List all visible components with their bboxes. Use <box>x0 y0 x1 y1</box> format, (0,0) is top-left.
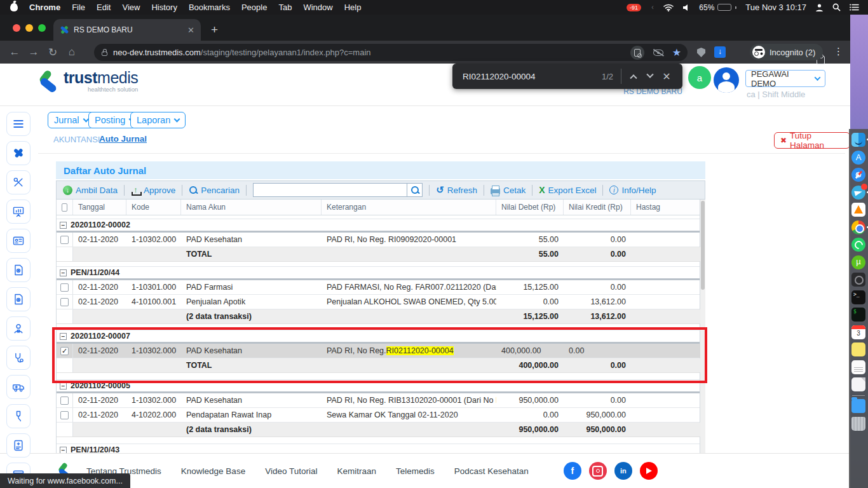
ambil-data-button[interactable]: ↓Ambil Data <box>63 186 118 195</box>
refresh-button[interactable]: ↺Refresh <box>436 184 477 196</box>
find-query[interactable]: RI02112020-00004 <box>463 72 602 81</box>
menu-laporan[interactable]: Laporan <box>130 112 186 128</box>
group-header[interactable]: 20201102-00002 <box>57 219 700 233</box>
apple-icon[interactable] <box>10 3 18 11</box>
tab-close-icon[interactable]: ✕ <box>187 25 194 35</box>
menu-file[interactable]: File <box>72 3 85 12</box>
menu-bookmarks[interactable]: Bookmarks <box>189 3 230 12</box>
col-kode[interactable]: Kode <box>126 200 181 215</box>
row-checkbox[interactable] <box>60 411 69 419</box>
spotlight-search-icon[interactable] <box>832 3 841 11</box>
dock-terminal-icon[interactable]: >_ <box>851 290 865 304</box>
sidebar-medical-record-button[interactable] <box>6 433 31 458</box>
dock-stickies-icon[interactable] <box>851 342 865 356</box>
dock-chrome-icon[interactable] <box>851 220 865 234</box>
instagram-icon[interactable] <box>589 462 607 480</box>
search-input[interactable] <box>253 183 407 197</box>
dock-terminal-green-icon[interactable]: $ <box>851 308 865 322</box>
sidebar-iv-drip-button[interactable] <box>6 404 31 428</box>
maximize-window-button[interactable] <box>38 24 46 32</box>
col-hastag[interactable]: Hastag <box>631 200 701 215</box>
table-row[interactable]: 02-11-2020 1-10302.000 PAD Kesehatan PAD… <box>57 393 700 408</box>
col-nilai-kredit[interactable]: Nilai Kredit (Rp) <box>564 200 631 215</box>
col-nilai-debet[interactable]: Nilai Debet (Rp) <box>496 200 564 215</box>
cetak-button[interactable]: Cetak <box>491 186 526 195</box>
table-row[interactable]: 02-11-2020 1-10301.000 PAD Farmasi PAD F… <box>57 280 700 295</box>
dock-calendar-icon[interactable]: 3 <box>851 325 865 339</box>
menu-history[interactable]: History <box>151 3 177 12</box>
close-window-button[interactable] <box>13 24 20 32</box>
fast-user-switch-icon[interactable] <box>815 3 824 11</box>
collapse-icon[interactable] <box>60 383 67 390</box>
linkedin-icon[interactable]: in <box>614 462 632 480</box>
approve-button[interactable]: ↑Approve <box>131 186 175 195</box>
address-bar[interactable]: neo-dev.trustmedis.com/staging/testing/p… <box>94 44 688 61</box>
menu-people[interactable]: People <box>241 3 267 12</box>
find-in-page-icon[interactable] <box>630 46 644 60</box>
dock-telegram-icon[interactable] <box>851 186 865 200</box>
dock-utorrent-icon[interactable]: µ <box>851 255 865 269</box>
lock-icon[interactable] <box>102 51 107 56</box>
eye-off-icon[interactable] <box>653 50 663 56</box>
sidebar-tools-button[interactable] <box>6 170 31 194</box>
search-submit-button[interactable] <box>407 183 423 197</box>
row-checkbox[interactable] <box>60 298 69 306</box>
select-all-checkbox[interactable] <box>62 203 67 212</box>
dock-document-icon[interactable] <box>851 377 865 391</box>
notification-badge[interactable]: -91 <box>627 4 641 11</box>
dock-whatsapp-icon[interactable] <box>851 238 865 252</box>
table-row[interactable]: 02-11-2020 4-10100.001 Penjualan Apotik … <box>57 295 700 309</box>
browser-menu-icon[interactable]: ⋮ <box>834 46 843 57</box>
table-scrollbar-thumb[interactable] <box>701 201 705 290</box>
footer-link-knowledge-base[interactable]: Knowledge Base <box>181 466 245 476</box>
dock-textedit-icon[interactable] <box>851 360 865 374</box>
sidebar-idcard-button[interactable] <box>6 229 31 253</box>
menu-help[interactable]: Help <box>344 3 362 12</box>
user-avatar[interactable] <box>714 67 739 93</box>
home-button[interactable]: ⌂ <box>62 46 81 58</box>
incognito-chip[interactable]: Incognito (2) <box>750 44 823 60</box>
menubar-app-name[interactable]: Chrome <box>29 3 60 12</box>
dock-app-store-icon[interactable]: A <box>851 151 865 165</box>
youtube-icon[interactable] <box>640 462 658 480</box>
dock-settings-knob-icon[interactable] <box>851 273 865 287</box>
url-text[interactable]: neo-dev.trustmedis.com/staging/testing/p… <box>113 48 630 57</box>
facebook-icon[interactable]: f <box>564 462 581 480</box>
footer-link-kemitraan[interactable]: Kemitraan <box>337 466 376 476</box>
row-checkbox[interactable] <box>60 396 69 405</box>
download-icon[interactable]: ↓ <box>714 46 726 58</box>
menu-window[interactable]: Window <box>303 3 332 12</box>
collapse-icon[interactable] <box>60 333 67 340</box>
row-checkbox[interactable] <box>60 236 69 244</box>
dock-trash-icon[interactable] <box>851 417 865 431</box>
table-row[interactable]: 02-11-2020 1-10302.000 PAD Kesehatan PAD… <box>57 233 700 247</box>
minimize-window-button[interactable] <box>25 24 33 32</box>
dock-downloads-folder-icon[interactable] <box>851 399 865 413</box>
new-tab-button[interactable]: + <box>211 24 218 36</box>
shield-icon[interactable] <box>697 48 705 57</box>
wifi-icon[interactable] <box>663 4 674 11</box>
menu-edit[interactable]: Edit <box>97 3 111 12</box>
col-tanggal[interactable]: Tanggal <box>73 200 126 215</box>
export-excel-button[interactable]: XExport Excel <box>539 185 596 195</box>
footer-link-video-tutorial[interactable]: Video Tutorial <box>265 466 317 476</box>
sidebar-document-gear-button[interactable] <box>6 258 31 282</box>
menu-jurnal[interactable]: Jurnal <box>48 112 95 128</box>
sidebar-dashboard-button[interactable] <box>6 200 31 224</box>
find-next-button[interactable] <box>642 68 658 85</box>
sidebar-hamburger-button[interactable] <box>6 112 31 136</box>
group-header[interactable]: 20201102-00005 <box>57 379 700 393</box>
menu-view[interactable]: View <box>122 3 140 12</box>
bluetooth-icon[interactable]: ᚲ <box>650 3 654 12</box>
group-header[interactable]: PEN/11/20/44 <box>57 266 700 280</box>
menu-tab[interactable]: Tab <box>278 3 292 12</box>
sidebar-document-gear2-button[interactable] <box>6 287 31 311</box>
control-center-icon[interactable] <box>850 4 859 11</box>
dock-vlc-icon[interactable] <box>851 203 865 217</box>
browser-tab[interactable]: RS DEMO BARU ✕ <box>53 19 201 41</box>
find-previous-button[interactable] <box>625 68 642 85</box>
find-close-button[interactable]: ✕ <box>658 71 675 83</box>
employee-select[interactable]: PEGAWAI DEMO <box>745 70 825 87</box>
dock-finder-icon[interactable] <box>851 133 865 147</box>
table-row-selected[interactable]: ✓ 02-11-2020 1-10302.000 PAD Kesehatan P… <box>57 344 700 358</box>
